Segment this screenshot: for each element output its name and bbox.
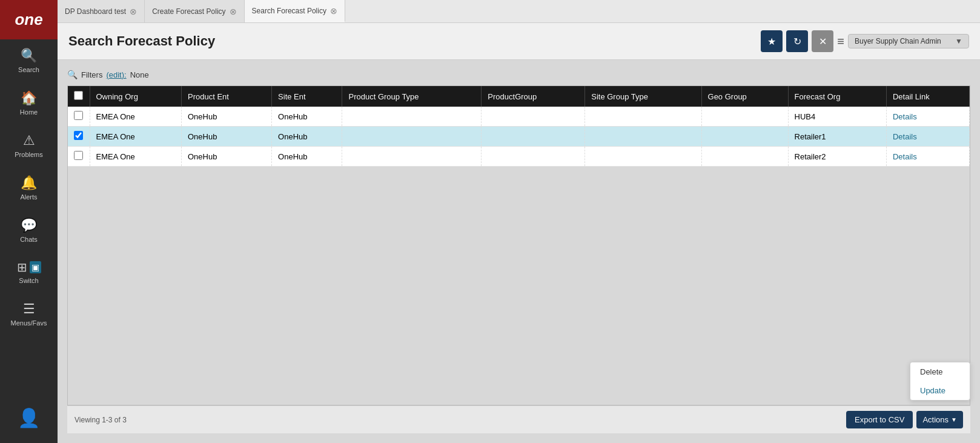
refresh-button[interactable]: ↻ <box>786 30 808 52</box>
tab-create-forecast-close[interactable]: ⊗ <box>230 7 237 16</box>
main-area: DP Dashboard test ⊗ Create Forecast Poli… <box>58 0 980 443</box>
warning-icon: ⚠ <box>23 133 35 148</box>
close-button[interactable]: ✕ <box>812 30 833 52</box>
row-geo-group <box>701 107 788 127</box>
user-dropdown[interactable]: Buyer Supply Chain Admin ▼ <box>848 34 969 48</box>
sidebar: one 🔍 Search 🏠 Home ⚠ Problems 🔔 Alerts … <box>0 0 58 443</box>
app-logo[interactable]: one <box>0 0 58 39</box>
table-row: EMEA One OneHub OneHub Retailer2 Details <box>68 147 970 167</box>
results-table-container: Owning Org Product Ent Site Ent Product … <box>67 85 970 405</box>
tab-search-forecast-close[interactable]: ⊗ <box>330 7 337 15</box>
user-dropdown-arrow: ▼ <box>955 37 962 45</box>
row-product-ent: OneHub <box>182 127 272 147</box>
user-avatar-button[interactable]: 👤 <box>0 399 58 437</box>
actions-dropdown-menu: Delete Update <box>910 362 970 401</box>
row-checkbox-cell[interactable] <box>68 127 90 147</box>
row-checkbox[interactable] <box>74 131 83 140</box>
row-site-group-type <box>585 147 701 167</box>
results-table: Owning Org Product Ent Site Ent Product … <box>68 86 970 167</box>
user-avatar-icon: 👤 <box>18 407 40 428</box>
actions-button-label: Actions <box>922 415 949 424</box>
filter-icon: 🔍 <box>67 70 78 79</box>
row-product-group <box>482 107 585 127</box>
footer-actions: Export to CSV Actions ▼ <box>846 411 963 428</box>
row-checkbox-cell[interactable] <box>68 147 90 167</box>
menu-icon: ☰ <box>23 301 35 317</box>
column-product-ent: Product Ent <box>182 86 272 107</box>
sidebar-item-problems-label: Problems <box>15 151 42 158</box>
tab-search-forecast[interactable]: Search Forecast Policy ⊗ <box>245 0 345 22</box>
tab-dp-dashboard-close[interactable]: ⊗ <box>130 7 137 16</box>
tab-dp-dashboard-label: DP Dashboard test <box>65 7 126 16</box>
tab-create-forecast-label: Create Forecast Policy <box>152 7 225 16</box>
column-product-group-type: Product Group Type <box>342 86 482 107</box>
row-site-ent: OneHub <box>272 107 342 127</box>
row-product-group <box>482 147 585 167</box>
row-detail-link[interactable]: Details <box>886 127 969 147</box>
row-detail-link[interactable]: Details <box>886 147 969 167</box>
filter-bar: 🔍 Filters (edit): None <box>67 70 970 79</box>
row-owning-org: EMEA One <box>90 127 182 147</box>
column-forecast-org: Forecast Org <box>788 86 886 107</box>
row-site-ent: OneHub <box>272 127 342 147</box>
filter-label: Filters <box>81 70 102 79</box>
chat-icon: 💬 <box>21 218 37 233</box>
row-site-group-type <box>585 127 701 147</box>
filter-edit-link[interactable]: (edit): <box>106 70 126 79</box>
column-detail-link: Detail Link <box>886 86 969 107</box>
row-product-group-type <box>342 147 482 167</box>
home-icon: 🏠 <box>21 90 37 106</box>
sidebar-item-menus[interactable]: ☰ Menus/Favs <box>0 293 58 335</box>
row-geo-group <box>701 147 788 167</box>
page-title: Search Forecast Policy <box>68 33 753 49</box>
row-geo-group <box>701 127 788 147</box>
export-csv-button[interactable]: Export to CSV <box>846 411 913 428</box>
column-checkbox <box>68 86 90 107</box>
content-area: 🔍 Filters (edit): None Owning Org Produc… <box>58 60 980 443</box>
table-body: EMEA One OneHub OneHub HUB4 Details EMEA… <box>68 107 970 167</box>
actions-dropdown-arrow-icon: ▼ <box>951 416 957 423</box>
row-checkbox-cell[interactable] <box>68 107 90 127</box>
actions-button[interactable]: Actions ▼ <box>916 411 963 428</box>
row-forecast-org: Retailer1 <box>788 127 886 147</box>
select-all-checkbox[interactable] <box>74 91 83 100</box>
tab-dp-dashboard[interactable]: DP Dashboard test ⊗ <box>58 0 145 22</box>
table-row: EMEA One OneHub OneHub Retailer1 Details <box>68 127 970 147</box>
row-product-group <box>482 127 585 147</box>
switch-main-icon: ⊞ <box>17 260 27 275</box>
filter-value: None <box>130 70 149 79</box>
delete-action-item[interactable]: Delete <box>910 362 970 381</box>
search-icon: 🔍 <box>21 48 37 64</box>
sidebar-item-chats[interactable]: 💬 Chats <box>0 209 58 251</box>
row-detail-link[interactable]: Details <box>886 107 969 127</box>
tab-create-forecast[interactable]: Create Forecast Policy ⊗ <box>145 0 244 22</box>
column-site-ent: Site Ent <box>272 86 342 107</box>
user-name: Buyer Supply Chain Admin <box>855 37 941 45</box>
menu-button[interactable]: ≡ <box>837 35 844 48</box>
tab-bar: DP Dashboard test ⊗ Create Forecast Poli… <box>58 0 980 23</box>
logo-text: one <box>15 10 42 29</box>
column-site-group-type: Site Group Type <box>585 86 701 107</box>
switch-small-icon: ▣ <box>30 261 41 273</box>
column-owning-org: Owning Org <box>90 86 182 107</box>
row-forecast-org: Retailer2 <box>788 147 886 167</box>
row-site-ent: OneHub <box>272 147 342 167</box>
sidebar-item-menus-label: Menus/Favs <box>11 319 47 327</box>
sidebar-item-home-label: Home <box>20 108 38 116</box>
tab-search-forecast-label: Search Forecast Policy <box>252 7 326 15</box>
header-actions: ★ ↻ ✕ ≡ Buyer Supply Chain Admin ▼ <box>761 30 969 52</box>
row-product-ent: OneHub <box>182 147 272 167</box>
row-product-ent: OneHub <box>182 107 272 127</box>
sidebar-item-switch[interactable]: ⊞ ▣ Switch <box>0 251 58 293</box>
sidebar-item-alerts[interactable]: 🔔 Alerts <box>0 167 58 209</box>
sidebar-item-problems[interactable]: ⚠ Problems <box>0 124 58 167</box>
row-checkbox[interactable] <box>74 151 83 160</box>
sidebar-item-search[interactable]: 🔍 Search <box>0 39 58 82</box>
sidebar-item-home[interactable]: 🏠 Home <box>0 82 58 124</box>
star-button[interactable]: ★ <box>761 30 783 52</box>
update-action-item[interactable]: Update <box>910 381 970 400</box>
sidebar-item-search-label: Search <box>18 66 39 73</box>
row-forecast-org: HUB4 <box>788 107 886 127</box>
row-product-group-type <box>342 107 482 127</box>
row-checkbox[interactable] <box>74 111 83 120</box>
